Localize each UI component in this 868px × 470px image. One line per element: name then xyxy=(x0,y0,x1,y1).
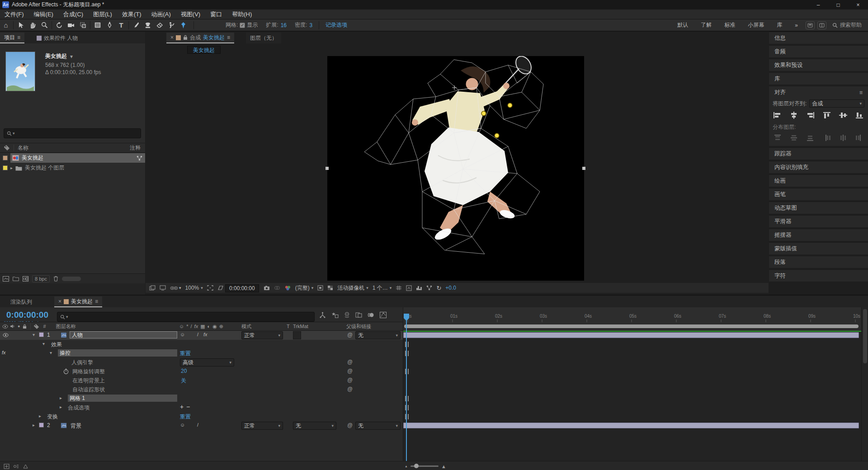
panel-audio[interactable]: 音频 xyxy=(769,45,868,57)
always-preview-icon[interactable] xyxy=(149,285,156,291)
fast-previews-icon[interactable] xyxy=(317,285,323,291)
quality-switch-icon[interactable]: / xyxy=(191,324,192,329)
menu-file[interactable]: 文件(F) xyxy=(5,10,24,19)
property-pickwhip-icon[interactable]: @ xyxy=(347,368,353,374)
mesh1-row[interactable]: ▸ 网格 1 xyxy=(0,394,403,403)
motion-blur-icon[interactable] xyxy=(368,312,374,318)
layer-row-background[interactable]: ▸ 2 背景 ☺ / 正常▾ 无▾ @ 无▾ xyxy=(0,421,403,430)
workspace-default[interactable]: 默认 xyxy=(677,21,688,29)
puppet-effect-row[interactable]: fx ▾ 操控 重置 xyxy=(0,349,403,358)
group-expander[interactable]: ▾ xyxy=(42,341,45,346)
layer-name-field[interactable]: 人物 xyxy=(70,331,177,338)
draft-3d-icon[interactable] xyxy=(331,312,339,318)
workspace-standard[interactable]: 标准 xyxy=(724,21,735,29)
timeline-zoom-control[interactable]: ▲ ▲ xyxy=(405,464,446,469)
composition-mini-flowchart-icon[interactable] xyxy=(319,312,326,318)
view-layout-dropdown[interactable]: 1 个…▾ xyxy=(373,284,392,292)
panel-paragraph[interactable]: 段落 xyxy=(769,256,868,268)
align-left-icon[interactable] xyxy=(772,111,783,120)
parent-pickwhip-icon[interactable]: @ xyxy=(347,332,353,338)
record-options-link[interactable]: 记录选项 xyxy=(326,21,347,29)
pan-behind-tool[interactable] xyxy=(77,20,89,30)
layer-label-swatch[interactable] xyxy=(39,332,44,337)
search-options-icon[interactable]: ▾ xyxy=(13,131,15,136)
project-search-input[interactable]: ▾ xyxy=(4,128,141,138)
adjustment-switch-icon[interactable]: ◉ xyxy=(212,324,217,329)
mesh-rotation-value[interactable]: 20 xyxy=(181,368,187,374)
align-to-dropdown[interactable]: 合成▾ xyxy=(809,99,864,108)
sync-settings-icon[interactable] xyxy=(806,21,815,29)
layer-mode-dropdown[interactable]: 正常▾ xyxy=(241,331,283,339)
label-column-icon[interactable] xyxy=(4,145,10,151)
workspace-learn[interactable]: 了解 xyxy=(701,21,712,29)
comment-column-header[interactable]: 注释 xyxy=(130,144,141,152)
timeline-graph-area[interactable] xyxy=(403,331,861,461)
transparency-grid-icon[interactable] xyxy=(327,285,333,291)
timeline-vscrollbar[interactable] xyxy=(861,307,868,461)
selection-handle-right[interactable] xyxy=(582,167,585,170)
panel-libraries[interactable]: 库 xyxy=(769,72,868,85)
label-column-icon[interactable] xyxy=(33,324,39,329)
mesh1-name[interactable]: 网格 1 xyxy=(68,395,177,402)
puppet-engine-row[interactable]: 人偶引擎 高级▾ @ xyxy=(0,358,403,367)
current-render-icon[interactable] xyxy=(406,285,412,291)
layer-trkmat-dropdown[interactable]: 无▾ xyxy=(293,422,336,430)
selection-handle-left[interactable] xyxy=(326,167,329,170)
pen-tool[interactable] xyxy=(104,20,115,30)
panel-menu-icon[interactable]: ≡ xyxy=(859,89,863,96)
active-camera-dropdown[interactable]: 活动摄像机▾ xyxy=(337,284,368,292)
audio-column-icon[interactable] xyxy=(10,324,15,329)
toggle-switches-icon[interactable] xyxy=(13,464,19,469)
minimize-button[interactable]: – xyxy=(808,0,828,9)
panel-mask-interpolation[interactable]: 蒙版插值 xyxy=(769,242,868,254)
shy-switch-icon[interactable]: ☺ xyxy=(179,324,184,329)
transform-group-row[interactable]: ▸ 变换 重置 xyxy=(0,412,403,421)
footage-thumbnail[interactable] xyxy=(5,52,35,91)
zoom-out-mountain-icon[interactable]: ▲ xyxy=(405,465,408,468)
panel-motion-sketch[interactable]: 动态草图 xyxy=(769,202,868,214)
panel-smoother[interactable]: 平滑器 xyxy=(769,215,868,227)
comp-options-row[interactable]: ▸ 合成选项 + − xyxy=(0,403,403,412)
flowchart-icon[interactable] xyxy=(426,285,432,291)
align-v-center-icon[interactable] xyxy=(837,111,849,120)
group-expander[interactable]: ▾ xyxy=(50,350,52,355)
hand-tool[interactable] xyxy=(27,20,38,30)
align-bottom-icon[interactable] xyxy=(854,111,865,120)
layout-icon[interactable] xyxy=(817,21,826,29)
grid-guides-icon[interactable] xyxy=(396,285,402,291)
mode-column-header[interactable]: 模式 xyxy=(241,323,251,330)
puppet-effect-name[interactable]: 操控 xyxy=(58,349,177,357)
effects-group-row[interactable]: ▾ 效果 xyxy=(0,340,403,349)
reset-exposure-icon[interactable]: ↻ xyxy=(436,285,441,291)
expansion-value[interactable]: 16 xyxy=(281,22,287,28)
puppet-engine-dropdown[interactable]: 高级▾ xyxy=(180,358,234,367)
eye-icon[interactable] xyxy=(3,333,9,337)
parent-column-header[interactable]: 父级和链接 xyxy=(346,323,371,330)
frame-blending-icon[interactable] xyxy=(355,312,362,318)
panel-info[interactable]: 信息 xyxy=(769,32,868,44)
work-area-bar[interactable] xyxy=(404,324,859,328)
zoom-slider-thumb[interactable] xyxy=(414,464,419,468)
layer2-duration-bar[interactable] xyxy=(403,423,859,428)
tab-render-queue[interactable]: 渲染队列 xyxy=(6,296,36,307)
selection-tool[interactable] xyxy=(15,20,27,30)
layer-shy-switch[interactable]: ☺ xyxy=(180,332,185,337)
fx-switch-icon[interactable]: fx xyxy=(194,324,198,329)
close-tab-icon[interactable]: × xyxy=(58,298,61,305)
autotrace-row[interactable]: 自动追踪形状 @ xyxy=(0,385,403,394)
lock-icon[interactable] xyxy=(183,35,188,40)
panel-wiggler[interactable]: 摇摆器 xyxy=(769,229,868,241)
video-column-icon[interactable] xyxy=(2,324,8,329)
panel-character[interactable]: 字符 xyxy=(769,269,868,282)
transform-reset-link[interactable]: 重置 xyxy=(180,413,191,421)
zoom-tool[interactable] xyxy=(38,20,50,30)
grid-show-checkbox[interactable]: ✓ xyxy=(240,23,245,28)
panel-align[interactable]: 对齐 ≡ xyxy=(769,86,868,99)
tab-composition[interactable]: × 合成 美女挑起 ≡ xyxy=(166,33,234,43)
solo-column-icon[interactable]: ● xyxy=(18,324,20,329)
menu-composition[interactable]: 合成(C) xyxy=(63,10,83,19)
layer-parent-dropdown[interactable]: 无▾ xyxy=(355,331,401,339)
group-expander[interactable]: ▸ xyxy=(39,414,41,418)
camera-tool[interactable] xyxy=(65,20,77,30)
workspace-small-screen[interactable]: 小屏幕 xyxy=(748,21,764,29)
